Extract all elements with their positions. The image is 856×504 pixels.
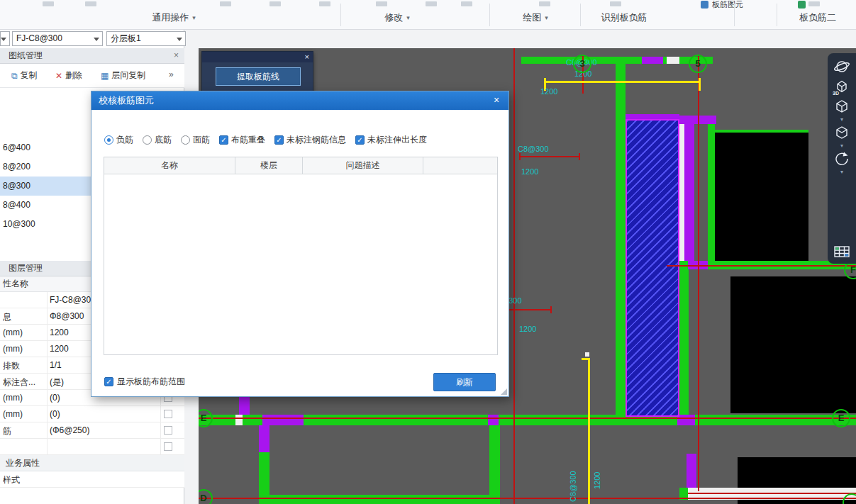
dialog-titlebar[interactable]: 校核板筋图元 × [91, 91, 508, 110]
property-label: 筋 [3, 425, 45, 437]
property-label: 息 [3, 311, 45, 323]
ribbon-group-negative-two[interactable]: 板负筋二 [779, 11, 856, 24]
delete-button[interactable]: ✕ 删除 [55, 69, 82, 82]
chevron-down-icon[interactable]: ▾ [840, 117, 843, 122]
slab-opening [730, 276, 856, 413]
radio-icon [181, 135, 190, 145]
rebar-grip-point[interactable] [585, 352, 589, 357]
radio-negative-rebar[interactable]: 负筋 [104, 134, 133, 146]
wall-segment [489, 425, 500, 504]
dimension-label-rotated: 1200 [593, 472, 601, 489]
view-3d-icon[interactable]: 3D [832, 77, 852, 96]
property-row-style[interactable]: 样式 [0, 471, 184, 488]
ribbon-group-modify-label: 修改 [384, 11, 403, 24]
overflow-icon: » [169, 69, 174, 79]
orbit-view-icon[interactable] [832, 57, 852, 76]
dimension-line [519, 156, 580, 157]
radio-top-rebar[interactable]: 面筋 [181, 134, 210, 146]
ribbon-group-common[interactable]: 通用操作 ▾ [131, 11, 216, 24]
chevron-down-icon[interactable]: ▾ [840, 169, 843, 174]
ribbon-group-draw[interactable]: 绘图 ▾ [500, 11, 571, 24]
column-floor[interactable]: 楼层 [235, 157, 303, 174]
ribbon-icon-fragment [610, 1, 621, 6]
dimension-tick [579, 153, 580, 160]
property-row[interactable]: (mm) (0) [0, 406, 184, 422]
ribbon-group-modify[interactable]: 修改 ▾ [362, 11, 433, 24]
cut-combo-fragment[interactable] [0, 31, 10, 46]
axis-bubble-5: 5 [689, 55, 707, 73]
cube-view-icon-2[interactable] [832, 123, 852, 142]
issues-table-header: 名称 楼层 问题描述 [104, 157, 497, 174]
rebar-line[interactable] [588, 358, 590, 504]
chevron-down-icon[interactable]: ▾ [840, 143, 843, 148]
wall-gap [679, 119, 684, 269]
rebar-line[interactable] [544, 81, 701, 83]
property-row[interactable]: 筋 (Φ6@250) [0, 422, 184, 439]
app-window: 板筋图元 通用操作 ▾ 修改 ▾ 绘图 ▾ 识别板负筋 板负筋二 F [0, 0, 856, 504]
table-view-icon[interactable] [832, 242, 852, 261]
column-name[interactable]: 名称 [104, 157, 235, 174]
checkbox-checked-icon [219, 135, 228, 145]
rebar-hatch-zone[interactable] [626, 119, 679, 417]
copy-button[interactable]: ⧉ 复制 [11, 69, 38, 82]
rebar-type-combobox[interactable]: FJ-C8@300 [12, 31, 103, 46]
property-label: 标注含... [3, 376, 45, 388]
refresh-button[interactable]: 刷新 [433, 373, 496, 391]
tab-drawing-management[interactable]: 图纸管理 [0, 50, 43, 60]
checkbox-unlabeled-length[interactable]: 未标注伸出长度 [355, 134, 427, 146]
check-slab-rebar-dialog: 校核板筋图元 × 负筋 底筋 面筋 布筋重叠 未标注钢筋信息 [91, 91, 509, 397]
ribbon-divider [489, 4, 490, 26]
ribbon-icon-fragment [376, 1, 387, 6]
section-business-properties[interactable]: 业务属性 [0, 455, 184, 471]
checkbox-checked-icon [355, 135, 365, 145]
wall-segment-purple [262, 415, 304, 425]
close-icon[interactable]: × [174, 48, 179, 63]
checkbox-checked-icon [104, 377, 113, 386]
delete-icon: ✕ [55, 72, 62, 80]
drawings-tabstrip: 图纸管理 × [0, 48, 184, 64]
slab-opening [713, 131, 808, 262]
layer-combobox[interactable]: 分层板1 [106, 31, 186, 46]
dimension-label: 1200 [540, 87, 557, 96]
close-icon[interactable]: × [305, 52, 309, 62]
ribbon-divider [340, 4, 341, 26]
property-checkbox[interactable] [164, 410, 172, 418]
wall-segment [708, 124, 715, 262]
close-icon[interactable]: × [484, 91, 508, 110]
property-checkbox[interactable] [164, 426, 172, 435]
toolbar-overflow-button[interactable]: » [169, 69, 174, 79]
wall-segment [259, 495, 500, 504]
checkbox-unlabeled-info[interactable]: 未标注钢筋信息 [274, 134, 346, 146]
chevron-down-icon: ▾ [545, 14, 548, 21]
wall-segment-purple [626, 114, 679, 119]
property-row[interactable] [0, 439, 184, 455]
wall-segment-purple [642, 57, 663, 64]
float-panel-titlebar[interactable]: × [202, 52, 313, 62]
ribbon-group-identify-label: 识别板负筋 [601, 11, 647, 24]
radio-bottom-rebar[interactable]: 底筋 [143, 134, 172, 146]
rotate-view-icon[interactable] [832, 150, 852, 168]
issues-table[interactable]: 名称 楼层 问题描述 [104, 157, 498, 355]
cube-view-icon[interactable] [832, 97, 852, 116]
property-value: (Φ6@250) [50, 425, 157, 435]
ribbon-top-label: 板筋图元 [712, 0, 743, 9]
floor-copy-button[interactable]: ▦ 层间复制 [101, 69, 145, 82]
ribbon-group-identify-negative[interactable]: 识别板负筋 [585, 11, 663, 24]
tab-layer-management[interactable]: 图层管理 [0, 263, 43, 273]
dialog-footer-check[interactable]: 显示板筋布筋范围 [104, 376, 185, 388]
extract-slab-rebar-button[interactable]: 提取板筋线 [216, 67, 301, 86]
ribbon-divider [777, 4, 777, 26]
grid-line-horizontal [199, 418, 856, 419]
panel-toolbar: ⧉ 复制 ✕ 删除 ▦ 层间复制 » [0, 64, 184, 88]
checkbox-overlap[interactable]: 布筋重叠 [219, 134, 265, 146]
wall-segment-purple [684, 119, 694, 269]
ribbon-icon-fragment [220, 1, 231, 6]
column-description[interactable]: 问题描述 [303, 157, 423, 174]
dimension-tick [550, 306, 552, 313]
resize-grip[interactable] [501, 388, 507, 395]
ribbon-mini-icon [798, 1, 806, 9]
floor-copy-button-label: 层间复制 [111, 69, 145, 82]
property-label: 样式 [3, 474, 45, 486]
property-checkbox[interactable] [164, 442, 172, 451]
rebar-type-value: FJ-C8@300 [16, 33, 62, 43]
